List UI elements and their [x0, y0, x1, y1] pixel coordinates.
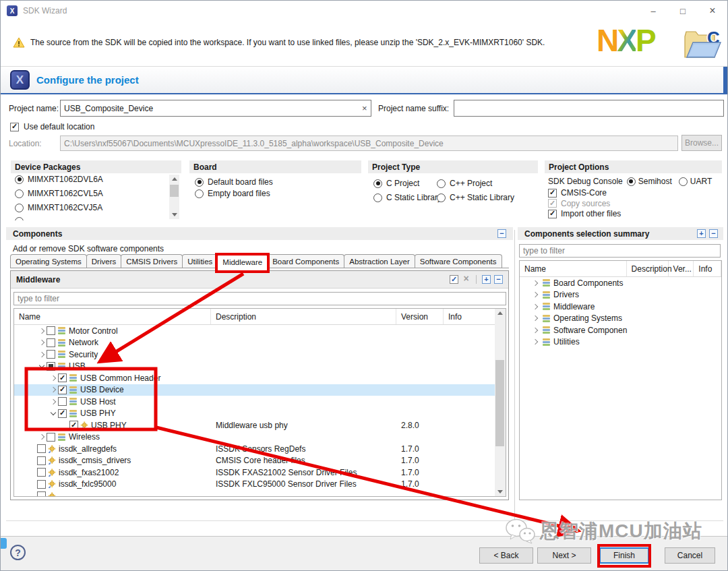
table-row-usb-host[interactable]: USB Host	[14, 396, 495, 408]
row-checkbox[interactable]	[47, 433, 55, 442]
tab-middleware[interactable]: Middleware	[217, 254, 268, 269]
table-row-motor-control[interactable]: Motor Control	[14, 325, 495, 337]
collapse-section-icon[interactable]: −	[497, 229, 506, 238]
radio-empty-board-files[interactable]: Empty board files	[195, 189, 270, 198]
radio-mimxrt1062cvj5a[interactable]: MIMXRT1062CVJ5A	[15, 203, 102, 212]
radio-mimxrt1062cvl5a[interactable]: MIMXRT1062CVL5A	[15, 189, 103, 198]
summary-row-operating-systems[interactable]: Operating Systems	[520, 313, 721, 325]
minimize-icon[interactable]: –	[638, 1, 668, 21]
scrollbar-thumb[interactable]	[170, 185, 179, 197]
row-checkbox[interactable]	[37, 480, 46, 489]
select-all-checkbox-icon[interactable]: ✓	[450, 275, 458, 284]
use-default-location-checkbox[interactable]	[10, 123, 19, 131]
summary-row-software-componen[interactable]: Software Componen	[520, 324, 721, 336]
table-row-network[interactable]: Network	[14, 337, 495, 349]
row-checkbox[interactable]	[47, 350, 55, 359]
scroll-up-icon[interactable]	[169, 175, 179, 183]
finish-button[interactable]: Finish	[599, 547, 649, 564]
expander-collapsed-icon[interactable]	[37, 435, 47, 439]
radio-mimxrt1062dvl6a[interactable]: MIMXRT1062DVL6A	[15, 175, 103, 184]
summary-row-utilities[interactable]: Utilities	[520, 336, 721, 349]
table-row-usb-phy[interactable]: USB PHY	[14, 408, 495, 420]
radio-c-static-library[interactable]: C++ Static Library	[437, 193, 514, 202]
back-button[interactable]: < Back	[479, 547, 533, 564]
expander-collapsed-icon[interactable]	[49, 388, 58, 392]
expand-all-icon[interactable]: +	[697, 229, 706, 238]
radio-default-board-files[interactable]: Default board files	[195, 177, 273, 187]
summary-row-drivers[interactable]: Drivers	[520, 289, 721, 301]
column-header-description[interactable]: Description	[627, 261, 669, 276]
expander-collapsed-icon[interactable]	[530, 293, 540, 297]
table-row-issdk-allregdefs[interactable]: issdk_allregdefsISSDK Sensors RegDefs1.7…	[14, 443, 495, 455]
table-row-wireless[interactable]: Wireless	[14, 431, 495, 444]
table-row-item[interactable]	[14, 490, 495, 496]
expander-expanded-icon[interactable]	[49, 413, 58, 415]
panel-splitter[interactable]	[514, 230, 515, 520]
scroll-down-icon[interactable]	[495, 487, 505, 496]
expander-collapsed-icon[interactable]	[37, 353, 47, 357]
row-checkbox[interactable]	[58, 373, 67, 382]
device-packages-scrollbar[interactable]	[169, 175, 179, 219]
table-row-usb-device[interactable]: USB Device	[14, 384, 495, 396]
radio-uart[interactable]: UART	[679, 177, 712, 186]
project-name-input[interactable]	[60, 100, 371, 117]
tab-board-components[interactable]: Board Components	[267, 254, 344, 268]
row-checkbox[interactable]	[58, 386, 67, 394]
collapse-all-icon[interactable]: −	[709, 229, 718, 238]
collapse-all-icon[interactable]: −	[494, 275, 503, 284]
middleware-filter-input[interactable]	[13, 292, 506, 305]
column-header-description[interactable]: Description	[211, 309, 396, 324]
expander-collapsed-icon[interactable]	[49, 376, 58, 380]
table-row-issdk-cmsis-drivers[interactable]: issdk_cmsis_driversCMSIS Core header fil…	[14, 455, 495, 467]
next-button[interactable]: Next >	[537, 547, 591, 564]
middleware-scrollbar[interactable]	[495, 309, 506, 496]
row-checkbox[interactable]	[37, 456, 46, 465]
radio-semihost[interactable]: Semihost	[627, 177, 672, 186]
close-icon[interactable]: ×	[698, 1, 727, 21]
table-row-issdk-fxas21002[interactable]: issdk_fxas21002ISSDK FXAS21002 Sensor Dr…	[14, 467, 495, 479]
checkbox-copy-sources[interactable]: Copy sources	[548, 199, 610, 208]
expander-collapsed-icon[interactable]	[530, 281, 540, 285]
column-header-ver[interactable]: Ver...	[669, 261, 694, 276]
expand-all-icon[interactable]: +	[482, 275, 491, 284]
expander-expanded-icon[interactable]	[37, 365, 47, 367]
scroll-up-icon[interactable]	[495, 309, 505, 318]
checkbox-import-other-files[interactable]: Import other files	[548, 209, 621, 218]
scroll-down-icon[interactable]	[169, 210, 179, 219]
tab-utilities[interactable]: Utilities	[182, 254, 218, 268]
cancel-button[interactable]: Cancel	[665, 547, 715, 564]
row-checkbox[interactable]	[37, 468, 46, 477]
table-row-usb[interactable]: USB	[14, 361, 495, 373]
expander-collapsed-icon[interactable]	[49, 400, 58, 404]
table-row-issdk-fxlc95000[interactable]: issdk_fxlc95000ISSDK FXLC95000 Sensor Dr…	[14, 479, 495, 491]
deselect-all-icon[interactable]: ×	[462, 275, 471, 284]
summary-row-board-components[interactable]: Board Components	[520, 277, 721, 289]
expander-collapsed-icon[interactable]	[530, 340, 540, 344]
expander-collapsed-icon[interactable]	[37, 329, 47, 333]
use-default-location-row[interactable]: Use default location	[10, 122, 94, 131]
clear-project-name-icon[interactable]: ×	[362, 104, 367, 113]
expander-collapsed-icon[interactable]	[530, 305, 540, 309]
column-header-info[interactable]: Info	[444, 309, 495, 324]
column-header-name[interactable]: Name	[520, 261, 627, 276]
table-row-usb-phy[interactable]: USB PHYMiddleware usb phy2.8.0	[14, 419, 495, 431]
expander-collapsed-icon[interactable]	[530, 328, 540, 332]
maximize-icon[interactable]: □	[668, 1, 698, 21]
radio-c-project[interactable]: C++ Project	[437, 179, 492, 188]
row-checkbox[interactable]	[47, 338, 55, 347]
radio-c-static-library[interactable]: C Static Library	[373, 193, 442, 202]
row-checkbox[interactable]	[37, 444, 46, 453]
tab-cmsis-drivers[interactable]: CMSIS Drivers	[121, 254, 183, 268]
expander-collapsed-icon[interactable]	[37, 340, 47, 344]
help-button[interactable]: ?	[10, 545, 26, 560]
row-checkbox[interactable]	[37, 491, 46, 496]
tab-software-components[interactable]: Software Components	[415, 254, 502, 268]
column-header-info[interactable]: Info	[694, 261, 721, 276]
tab-abstraction-layer[interactable]: Abstraction Layer	[344, 254, 415, 268]
row-checkbox[interactable]	[47, 326, 55, 335]
summary-filter-input[interactable]	[519, 244, 721, 258]
radio-item[interactable]	[15, 217, 28, 220]
radio-c-project[interactable]: C Project	[373, 179, 419, 188]
table-row-security[interactable]: Security	[14, 349, 495, 361]
column-header-name[interactable]: Name	[14, 309, 211, 324]
